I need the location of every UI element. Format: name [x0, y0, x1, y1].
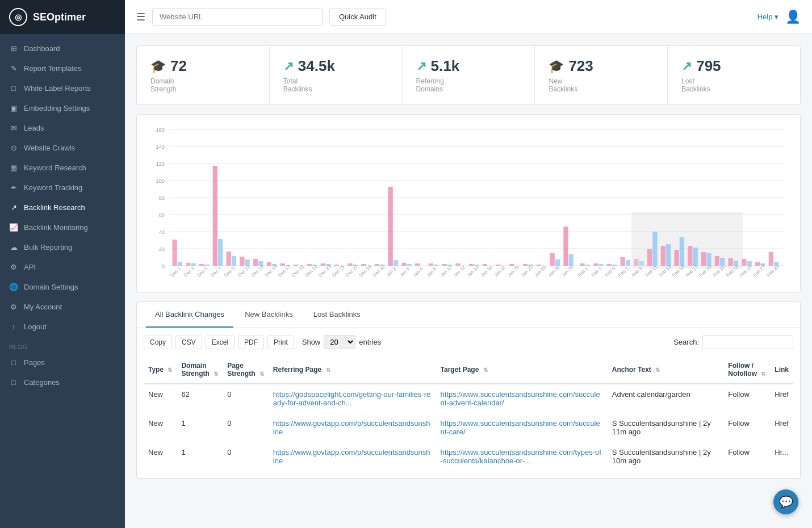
- sidebar-item-report-templates[interactable]: ✎Report Templates: [0, 58, 125, 78]
- svg-text:Jan 18: Jan 18: [493, 265, 507, 278]
- sidebar-item-blog-categories[interactable]: □Categories: [0, 372, 125, 392]
- csv-button[interactable]: CSV: [175, 336, 202, 349]
- svg-text:Dec 17: Dec 17: [277, 264, 291, 278]
- svg-text:60: 60: [159, 212, 165, 218]
- svg-rect-86: [688, 246, 692, 266]
- sidebar-item-dashboard[interactable]: ⊞Dashboard: [0, 39, 125, 58]
- cell-type-2: New: [144, 442, 177, 471]
- sidebar-item-leads[interactable]: ✉Leads: [0, 118, 125, 138]
- cell-ps-1: 0: [223, 413, 269, 442]
- svg-text:Dec 21: Dec 21: [304, 264, 319, 278]
- stat-icon-4: ↗: [681, 59, 692, 74]
- svg-text:Jan 20: Jan 20: [507, 265, 520, 278]
- svg-rect-44: [361, 264, 366, 266]
- sidebar-item-blog-pages[interactable]: □Pages: [0, 353, 125, 372]
- user-icon[interactable]: 👤: [785, 10, 801, 24]
- copy-button[interactable]: Copy: [144, 336, 172, 349]
- website-crawls-icon: ⊙: [9, 144, 18, 152]
- excel-button[interactable]: Excel: [206, 336, 235, 349]
- svg-text:40: 40: [159, 229, 165, 235]
- cell-ds-1: 1: [177, 413, 223, 442]
- th-link[interactable]: Link: [770, 356, 793, 384]
- logo-icon: ◎: [9, 8, 27, 26]
- svg-rect-68: [569, 254, 574, 266]
- search-input[interactable]: [702, 335, 793, 349]
- svg-rect-82: [661, 246, 665, 266]
- sidebar-item-domain-settings[interactable]: 🌐Domain Settings: [0, 277, 125, 297]
- content-area: 🎓 72 DomainStrength ↗ 34.5k TotalBacklin…: [125, 34, 812, 528]
- cell-target-0: https://www.succulentsandsunshine.com/su…: [436, 384, 608, 413]
- sidebar-label-logout: Logout: [24, 322, 47, 331]
- pdf-button[interactable]: PDF: [238, 336, 264, 349]
- sidebar-item-white-label-reports[interactable]: □White Label Reports: [0, 78, 125, 98]
- chat-bubble[interactable]: 💬: [773, 489, 798, 514]
- sidebar-label-my-account: My Account: [24, 303, 62, 311]
- svg-rect-47: [388, 187, 393, 266]
- svg-rect-62: [523, 264, 528, 266]
- print-button[interactable]: Print: [267, 336, 294, 349]
- leads-icon: ✉: [9, 124, 18, 132]
- logout-icon: ↑: [9, 322, 18, 331]
- cell-anchor-1: S Succulentsandsunshine | 2y 11m ago: [608, 413, 724, 442]
- embedding-settings-icon: ▣: [9, 104, 18, 112]
- sidebar-logo[interactable]: ◎ SEOptimer: [0, 0, 125, 34]
- svg-rect-89: [706, 253, 711, 266]
- stat-card-2: ↗ 5.1k ReferringDomains: [403, 46, 535, 104]
- svg-rect-92: [728, 258, 733, 266]
- stat-icon-0: 🎓: [150, 59, 166, 74]
- svg-text:100: 100: [156, 178, 165, 184]
- cell-refpage-0: https://godspacelight.com/getting-our-fa…: [269, 384, 436, 413]
- sidebar-label-white-label-reports: White Label Reports: [24, 84, 91, 93]
- entries-select[interactable]: 2050100: [324, 335, 355, 349]
- sidebar-label-api: API: [24, 263, 36, 271]
- stat-card-3: 🎓 723 NewBacklinks: [535, 46, 668, 104]
- sidebar-item-backlink-research[interactable]: ↗Backlink Research: [0, 198, 125, 217]
- tab-0[interactable]: All Backlink Changes: [146, 302, 233, 328]
- svg-text:Jan 14: Jan 14: [466, 265, 480, 278]
- stat-card-4: ↗ 795 LostBacklinks: [668, 46, 800, 104]
- th-follow[interactable]: Follow /Nofollow ⇅: [723, 356, 770, 384]
- th-target-page[interactable]: Target Page ⇅: [436, 356, 608, 384]
- quick-audit-button[interactable]: Quick Audit: [329, 8, 386, 26]
- svg-rect-60: [496, 265, 501, 266]
- cell-type-1: New: [144, 413, 177, 442]
- svg-text:Dec 5: Dec 5: [196, 266, 209, 278]
- report-templates-icon: ✎: [9, 64, 18, 73]
- sidebar-item-my-account[interactable]: ⚙My Account: [0, 297, 125, 317]
- hamburger-icon[interactable]: ☰: [136, 11, 145, 23]
- svg-rect-36: [294, 265, 298, 266]
- svg-rect-19: [178, 262, 182, 266]
- th-domain-strength[interactable]: DomainStrength ⇅: [177, 356, 223, 384]
- th-page-strength[interactable]: PageStrength ⇅: [223, 356, 269, 384]
- sidebar-item-website-crawls[interactable]: ⊙Website Crawls: [0, 138, 125, 158]
- sidebar-item-bulk-reporting[interactable]: ☁Bulk Reporting: [0, 237, 125, 257]
- sidebar-item-keyword-tracking[interactable]: ✒Keyword Tracking: [0, 178, 125, 198]
- svg-rect-23: [204, 265, 209, 266]
- sidebar-item-embedding-settings[interactable]: ▣Embedding Settings: [0, 98, 125, 118]
- sidebar-item-keyword-research[interactable]: ▦Keyword Research: [0, 158, 125, 178]
- sidebar: ◎ SEOptimer ⊞Dashboard✎Report Templates□…: [0, 0, 125, 528]
- cell-follow-0: Follow: [723, 384, 770, 413]
- sidebar-label-backlink-research: Backlink Research: [24, 203, 85, 212]
- tab-2[interactable]: Lost Backlinks: [304, 302, 370, 328]
- th-referring-page[interactable]: Referring Page ⇅: [269, 356, 436, 384]
- blog-section-label: Blog: [0, 337, 125, 353]
- th-anchor-text[interactable]: Anchor Text ⇅: [608, 356, 724, 384]
- help-button[interactable]: Help ▾: [757, 12, 778, 21]
- sidebar-item-backlink-monitoring[interactable]: 📈Backlink Monitoring: [0, 217, 125, 237]
- svg-text:Jan 28: Jan 28: [560, 265, 574, 278]
- sidebar-item-logout[interactable]: ↑Logout: [0, 317, 125, 337]
- svg-text:140: 140: [156, 144, 165, 150]
- cell-ps-0: 0: [223, 384, 269, 413]
- stat-label-2: ReferringDomains: [416, 77, 521, 93]
- sidebar-item-api[interactable]: ⚙API: [0, 257, 125, 277]
- url-input[interactable]: [152, 8, 323, 26]
- svg-rect-76: [626, 260, 630, 266]
- tab-1[interactable]: New Backlinks: [236, 302, 302, 328]
- svg-rect-94: [742, 259, 746, 266]
- chart-area: 0 20 40 60 80 100 120 140 160: [146, 124, 791, 283]
- table-controls: Copy CSV Excel PDF Print Show 2050100 en…: [144, 335, 793, 349]
- svg-rect-65: [550, 253, 555, 266]
- sidebar-label-blog-pages: Pages: [24, 358, 45, 367]
- th-type[interactable]: Type ⇅: [144, 356, 177, 384]
